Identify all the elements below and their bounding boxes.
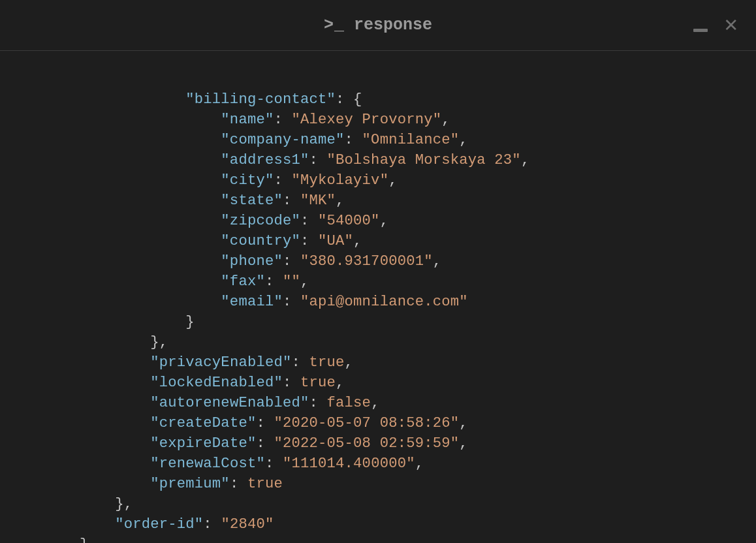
key-address1: "address1" bbox=[221, 152, 309, 168]
val-company-name: "Omnilance" bbox=[362, 132, 460, 148]
val-state: "MK" bbox=[300, 193, 336, 209]
key-zipcode: "zipcode" bbox=[221, 213, 300, 229]
title-bar: >_ response ✕ bbox=[0, 0, 756, 51]
val-premium: true bbox=[247, 476, 283, 492]
key-email: "email" bbox=[221, 294, 283, 310]
val-order-id: "2840" bbox=[221, 516, 274, 533]
minimize-button[interactable] bbox=[693, 29, 708, 32]
terminal-prompt-icon: >_ bbox=[324, 16, 345, 35]
key-phone: "phone" bbox=[221, 253, 283, 270]
key-name: "name" bbox=[221, 112, 274, 128]
val-privacy-enabled: true bbox=[309, 354, 345, 371]
window-controls: ✕ bbox=[693, 0, 738, 50]
val-locked-enabled: true bbox=[300, 375, 336, 391]
key-fax: "fax" bbox=[221, 273, 265, 290]
key-order-id: "order-id" bbox=[115, 516, 203, 533]
val-address1: "Bolshaya Morskaya 23" bbox=[327, 152, 521, 168]
key-autorenew-enabled: "autorenewEnabled" bbox=[150, 395, 309, 411]
window-title: response bbox=[354, 16, 432, 35]
val-expire-date: "2022-05-08 02:59:59" bbox=[274, 435, 459, 452]
key-renewal-cost: "renewalCost" bbox=[150, 456, 265, 472]
window-title-group: >_ response bbox=[324, 16, 432, 35]
val-fax: "" bbox=[283, 273, 300, 290]
key-create-date: "createDate" bbox=[150, 415, 256, 431]
val-autorenew-enabled: false bbox=[327, 395, 371, 411]
key-expire-date: "expireDate" bbox=[150, 435, 256, 452]
key-company-name: "company-name" bbox=[221, 132, 344, 148]
key-billing-contact: "billing-contact" bbox=[185, 91, 336, 108]
val-zipcode: "54000" bbox=[318, 213, 380, 229]
val-email: "api@omnilance.com" bbox=[300, 294, 468, 310]
close-button[interactable]: ✕ bbox=[725, 14, 738, 37]
val-phone: "380.931700001" bbox=[300, 253, 433, 270]
val-create-date: "2020-05-07 08:58:26" bbox=[274, 415, 459, 431]
key-privacy-enabled: "privacyEnabled" bbox=[150, 354, 291, 371]
val-city: "Mykolayiv" bbox=[291, 172, 388, 189]
key-premium: "premium" bbox=[150, 476, 230, 492]
val-name: "Alexey Provorny" bbox=[291, 112, 441, 128]
key-city: "city" bbox=[221, 172, 274, 189]
val-renewal-cost: "111014.400000" bbox=[283, 456, 415, 472]
val-country: "UA" bbox=[318, 233, 353, 249]
response-code: "billing-contact": { "name": "Alexey Pro… bbox=[0, 51, 756, 543]
key-country: "country" bbox=[221, 233, 300, 249]
key-state: "state" bbox=[221, 193, 283, 209]
key-locked-enabled: "lockedEnabled" bbox=[150, 375, 283, 391]
